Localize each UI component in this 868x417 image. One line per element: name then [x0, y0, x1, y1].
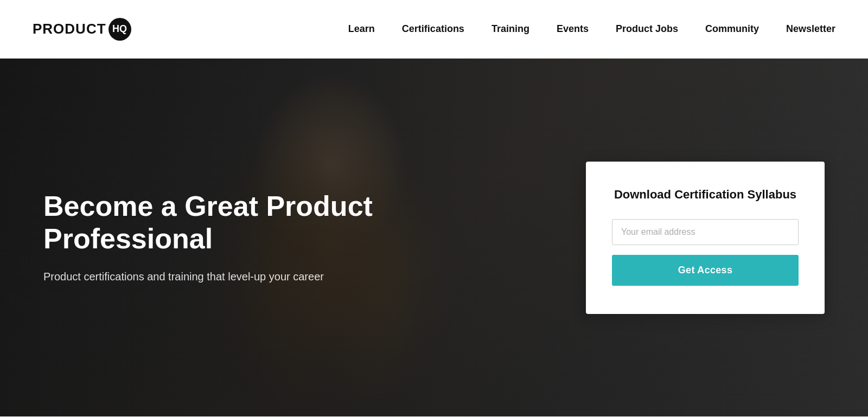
nav-item-learn[interactable]: Learn [348, 23, 375, 35]
logo-text: PRODUCT [33, 21, 106, 37]
nav-item-newsletter[interactable]: Newsletter [786, 23, 835, 35]
hero-headline: Become a Great Product Professional [43, 190, 423, 255]
card-title: Download Certification Syllabus [612, 188, 799, 202]
hero-text-block: Become a Great Product Professional Prod… [43, 190, 423, 285]
hero-section: Become a Great Product Professional Prod… [0, 59, 868, 416]
logo-badge: HQ [108, 18, 131, 41]
header: PRODUCT HQ Learn Certifications Training… [0, 0, 868, 59]
hero-content: Become a Great Product Professional Prod… [0, 162, 868, 314]
logo[interactable]: PRODUCT HQ [33, 18, 131, 41]
syllabus-card: Download Certification Syllabus Get Acce… [586, 162, 825, 314]
nav-item-events[interactable]: Events [557, 23, 589, 35]
nav-item-product-jobs[interactable]: Product Jobs [616, 23, 678, 35]
hero-subheadline: Product certifications and training that… [43, 268, 423, 285]
email-input[interactable] [612, 219, 799, 245]
nav-item-community[interactable]: Community [705, 23, 759, 35]
get-access-button[interactable]: Get Access [612, 255, 799, 286]
nav-item-certifications[interactable]: Certifications [402, 23, 464, 35]
nav-item-training[interactable]: Training [492, 23, 529, 35]
main-nav: Learn Certifications Training Events Pro… [348, 23, 835, 35]
